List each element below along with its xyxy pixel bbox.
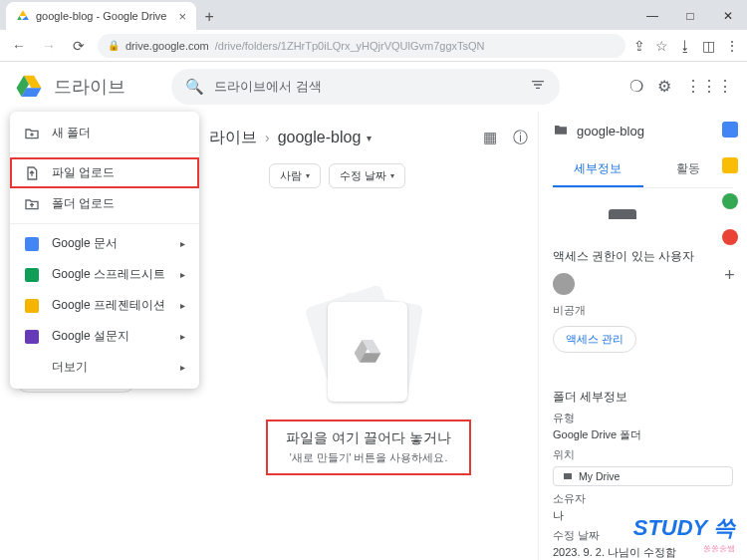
ctx-label: 폴더 업로드: [52, 195, 115, 212]
file-upload-icon: [24, 165, 40, 181]
ctx-file-upload[interactable]: 파일 업로드: [10, 157, 199, 188]
drive-icon: [352, 336, 383, 368]
new-tab-button[interactable]: +: [196, 4, 222, 30]
nav-forward-button[interactable]: →: [38, 35, 60, 57]
location-label: 위치: [553, 448, 733, 462]
forms-icon: [24, 329, 40, 345]
avatar: [553, 273, 575, 295]
download-icon[interactable]: ⭳: [678, 38, 692, 54]
chevron-right-icon: ▸: [180, 331, 185, 342]
grid-view-icon[interactable]: ▦: [483, 129, 497, 147]
chevron-down-icon: ▾: [367, 133, 372, 143]
window-close-button[interactable]: ✕: [709, 2, 747, 30]
chip-people[interactable]: 사람▾: [269, 163, 321, 188]
extensions-icon[interactable]: ◫: [702, 38, 715, 54]
chevron-right-icon: ›: [265, 130, 270, 145]
settings-icon[interactable]: ⚙: [657, 77, 671, 96]
search-placeholder: 드라이브에서 검색: [214, 78, 322, 96]
breadcrumb-root[interactable]: 라이브: [209, 128, 257, 148]
breadcrumb-current[interactable]: google-blog ▾: [278, 129, 373, 146]
ctx-label: Google 프레젠테이션: [52, 297, 165, 314]
empty-callout: 파일을 여기 끌어다 놓거나 '새로 만들기' 버튼을 사용하세요.: [266, 420, 470, 475]
rail-add-button[interactable]: +: [724, 265, 735, 286]
empty-subtitle: '새로 만들기' 버튼을 사용하세요.: [286, 451, 450, 465]
type-value: Google Drive 폴더: [553, 427, 733, 442]
ctx-label: Google 스프레드시트: [52, 266, 165, 283]
docs-icon: [24, 236, 40, 252]
url-bar[interactable]: 🔒 drive.google.com/drive/folders/1ZHrTp0…: [98, 34, 625, 58]
chevron-right-icon: ▸: [180, 269, 185, 280]
manage-access-button[interactable]: 액세스 관리: [553, 326, 636, 353]
divider: [10, 223, 199, 224]
product-title[interactable]: 드라이브: [54, 75, 125, 99]
chevron-right-icon: ▸: [180, 300, 185, 311]
chip-modified[interactable]: 수정 날짜▾: [329, 163, 405, 188]
ctx-google-sheets[interactable]: Google 스프레드시트 ▸: [10, 259, 199, 290]
chevron-right-icon: ▸: [180, 238, 185, 249]
access-section-label: 액세스 권한이 있는 사용자: [553, 248, 733, 265]
keep-icon[interactable]: [722, 157, 738, 173]
owner-label: 소유자: [553, 492, 733, 506]
share-icon[interactable]: ⇪: [633, 38, 645, 54]
divider: [10, 152, 199, 153]
ctx-label: 더보기: [52, 359, 88, 376]
ctx-more[interactable]: 더보기 ▸: [10, 352, 199, 383]
support-icon[interactable]: ❍: [629, 77, 643, 96]
chevron-down-icon: ▾: [390, 171, 394, 180]
lock-icon: 🔒: [108, 40, 120, 51]
bookmark-icon[interactable]: ☆: [655, 38, 668, 54]
ctx-new-folder[interactable]: 새 폴더: [10, 118, 199, 148]
ctx-label: Google 문서: [52, 235, 118, 252]
info-toggle-icon[interactable]: ⓘ: [513, 129, 528, 147]
tab-close-icon[interactable]: ×: [178, 9, 186, 24]
private-label: 비공개: [553, 304, 733, 318]
folder-upload-icon: [24, 196, 40, 212]
ctx-label: 파일 업로드: [52, 164, 115, 181]
url-host: drive.google.com: [125, 40, 209, 52]
ctx-label: 새 폴더: [52, 125, 91, 141]
chevron-right-icon: ▸: [180, 362, 185, 373]
tab-details[interactable]: 세부정보: [553, 152, 643, 187]
browser-menu-icon[interactable]: ⋮: [725, 38, 739, 54]
ctx-label: Google 설문지: [52, 328, 129, 345]
drive-logo-icon: [14, 72, 44, 102]
search-icon: 🔍: [185, 78, 204, 96]
side-rail: +: [712, 112, 747, 286]
empty-title: 파일을 여기 끌어다 놓거나: [286, 429, 450, 447]
nav-reload-button[interactable]: ⟳: [68, 35, 90, 57]
new-context-menu: 새 폴더 파일 업로드 폴더 업로드 Google 문서 ▸ Google 스프…: [10, 112, 199, 389]
ctx-folder-upload[interactable]: 폴더 업로드: [10, 188, 199, 219]
empty-illustration: [304, 284, 433, 414]
contacts-icon[interactable]: [722, 229, 738, 245]
mydrive-icon: [562, 470, 574, 482]
type-label: 유형: [553, 412, 733, 425]
location-chip[interactable]: My Drive: [553, 466, 733, 486]
search-input[interactable]: 🔍 드라이브에서 검색: [171, 69, 560, 105]
new-folder-icon: [24, 126, 40, 141]
watermark: STUDY 쓱 쏭쏭송쌤: [633, 513, 735, 554]
browser-tab[interactable]: google-blog - Google Drive ×: [6, 2, 196, 30]
folder-icon: [553, 122, 569, 140]
ctx-google-forms[interactable]: Google 설문지 ▸: [10, 321, 199, 352]
search-options-icon[interactable]: [530, 77, 546, 96]
nav-back-button[interactable]: ←: [8, 35, 30, 57]
apps-grid-icon[interactable]: ⋮⋮⋮: [685, 77, 733, 96]
slides-icon: [24, 298, 40, 314]
chevron-down-icon: ▾: [306, 171, 310, 180]
drive-favicon-icon: [16, 9, 30, 23]
tasks-icon[interactable]: [722, 193, 738, 209]
calendar-icon[interactable]: [722, 122, 738, 138]
folder-details-label: 폴더 세부정보: [553, 389, 733, 406]
tab-title: google-blog - Google Drive: [36, 10, 166, 22]
details-title: google-blog: [577, 124, 644, 139]
window-minimize-button[interactable]: —: [633, 2, 671, 30]
ctx-google-slides[interactable]: Google 프레젠테이션 ▸: [10, 290, 199, 321]
window-maximize-button[interactable]: □: [671, 2, 709, 30]
url-path: /drive/folders/1ZHrTp0iLQrx_yHQjrVQUlGvm…: [215, 40, 485, 52]
ctx-google-docs[interactable]: Google 문서 ▸: [10, 228, 199, 259]
sheets-icon: [24, 267, 40, 283]
